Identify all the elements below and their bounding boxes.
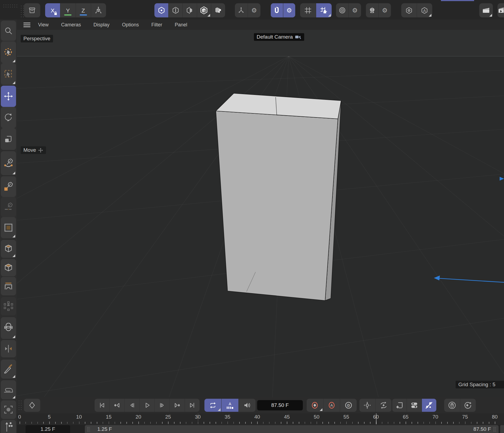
hamburger-icon[interactable] <box>23 21 30 28</box>
key-scale-button[interactable] <box>392 399 407 412</box>
range-start-field[interactable]: 1.25 F <box>26 425 70 433</box>
rotate-tool-button[interactable] <box>1 107 16 128</box>
record-active-objects-button[interactable] <box>307 399 323 412</box>
previous-frame-button[interactable] <box>125 399 139 412</box>
hex-dot-button[interactable] <box>401 3 417 17</box>
symmetry-button[interactable] <box>366 3 378 17</box>
lock-y-axis-button[interactable]: Y <box>60 3 75 17</box>
weld-button[interactable] <box>1 317 16 339</box>
camera-label[interactable]: Default Camera <box>254 33 304 41</box>
ruler-tick <box>144 422 145 424</box>
range-grip-left[interactable] <box>87 427 90 432</box>
coordinate-system-button[interactable] <box>91 3 106 17</box>
scene-search-button[interactable] <box>1 21 16 41</box>
menu-panel[interactable]: Panel <box>175 22 187 28</box>
spline-pen-button[interactable] <box>1 151 16 175</box>
rotate-key-button[interactable] <box>460 399 476 412</box>
svg-text:A: A <box>423 8 426 13</box>
axis-settings-button[interactable]: ⚙ <box>248 3 261 17</box>
toolbar-drag-handle[interactable] <box>20 5 24 17</box>
workplane-grid-button[interactable] <box>300 3 316 17</box>
spline-pen-icon <box>3 158 14 168</box>
target-settings-button[interactable]: ⚙ <box>349 3 361 17</box>
timeline-marker[interactable] <box>376 413 377 424</box>
menu-display[interactable]: Display <box>94 22 110 28</box>
timeline-drag-handle[interactable] <box>18 400 22 411</box>
next-frame-button[interactable] <box>154 399 169 412</box>
knife-button[interactable] <box>1 360 16 379</box>
menu-filter[interactable]: Filter <box>151 22 162 28</box>
rectangle-selection-button[interactable] <box>1 63 16 85</box>
camera-icon <box>295 35 301 39</box>
snap-enable-button[interactable] <box>271 3 283 17</box>
target-button[interactable] <box>336 3 349 17</box>
lock-x-axis-button[interactable]: X <box>45 3 60 17</box>
gear-icon: ⚙ <box>352 7 358 14</box>
key-parameter-button[interactable] <box>407 399 421 412</box>
ruler-tick <box>305 422 305 424</box>
autokey-button[interactable]: A <box>323 399 340 412</box>
key-pla-button[interactable] <box>422 399 436 412</box>
render-view-button[interactable] <box>479 3 493 17</box>
key-position-button[interactable] <box>359 399 375 412</box>
mouse-record-button[interactable] <box>444 399 460 412</box>
keying-settings-button[interactable]: ⚙ <box>340 399 357 412</box>
mirror-button[interactable] <box>1 340 16 357</box>
ruler-tick <box>334 422 335 424</box>
scale-tool-button[interactable] <box>1 128 16 150</box>
range-grip-right[interactable] <box>493 427 496 432</box>
lock-z-axis-button[interactable]: Z <box>76 3 91 17</box>
make-keyframe-button[interactable] <box>24 399 40 412</box>
extrude-button[interactable] <box>1 240 16 258</box>
jump-end-button[interactable] <box>185 399 200 412</box>
key-rotation-button[interactable] <box>375 399 392 412</box>
loop-mode-button[interactable] <box>204 399 221 412</box>
ruler-tick <box>269 422 270 424</box>
bridge-button[interactable] <box>1 277 16 295</box>
live-selection-button[interactable] <box>1 41 16 63</box>
range-slider-stub[interactable] <box>500 425 504 433</box>
symmetry-settings-button[interactable]: ⚙ <box>378 3 391 17</box>
preview-range-slider[interactable]: 1.25 F 87.50 F <box>85 425 499 433</box>
toolbar-drag-handle[interactable] <box>3 4 18 8</box>
timeline-ruler[interactable]: 05101520253035404550556065707580 <box>17 413 504 425</box>
menu-view[interactable]: View <box>38 22 49 28</box>
iron-button[interactable] <box>1 380 16 399</box>
render-settings-button[interactable] <box>497 3 504 17</box>
object-mode-button[interactable] <box>211 3 225 17</box>
rectangle-frame-button[interactable] <box>1 217 16 238</box>
jump-start-button[interactable] <box>95 399 109 412</box>
polygon-pen-button[interactable] <box>1 176 16 197</box>
play-button[interactable] <box>139 399 154 412</box>
hex-a-button[interactable]: A <box>417 3 433 17</box>
edges-mode-button[interactable] <box>168 3 182 17</box>
quantize-lock-button[interactable] <box>316 3 332 17</box>
current-time-field[interactable]: 87.50 F <box>257 400 303 410</box>
snap-settings-button[interactable]: ⚙ <box>283 3 295 17</box>
viewport-canvas[interactable] <box>17 30 504 397</box>
points-mode-button[interactable] <box>154 3 168 17</box>
sound-button[interactable] <box>238 399 256 412</box>
application-window: X Y Z <box>0 0 504 433</box>
viewport[interactable]: Perspective Default Camera Move Grid Spa… <box>17 30 504 397</box>
ruler-tick <box>471 422 472 424</box>
move-tool-button[interactable] <box>1 86 16 107</box>
edge-pen-button[interactable] <box>1 197 16 217</box>
content-browser-button[interactable] <box>24 3 40 17</box>
menu-cameras[interactable]: Cameras <box>61 22 81 28</box>
cage-deform-button[interactable] <box>1 297 16 316</box>
view-label[interactable]: Perspective <box>21 35 53 42</box>
menu-options[interactable]: Options <box>122 22 139 28</box>
model-mode-button[interactable] <box>197 3 211 17</box>
timeline-marker[interactable] <box>198 413 198 421</box>
scene-cube[interactable] <box>216 93 341 301</box>
polygons-mode-button[interactable] <box>182 3 197 17</box>
next-key-button[interactable] <box>169 399 184 412</box>
arrow-dots-button[interactable] <box>1 420 16 433</box>
show-markers-button[interactable]: A <box>221 399 238 412</box>
cube-top-button[interactable] <box>1 259 16 276</box>
axis-modify-button[interactable] <box>235 3 248 17</box>
previous-key-button[interactable] <box>109 399 124 412</box>
ruler-tick <box>228 422 228 424</box>
spot-select-button[interactable] <box>1 400 16 419</box>
